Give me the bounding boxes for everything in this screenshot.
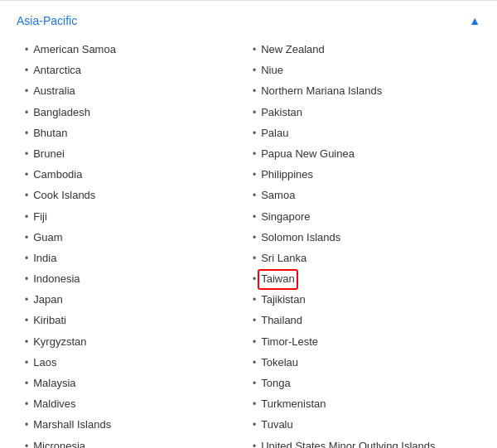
country-name: Cambodia	[33, 167, 82, 182]
right-column: •New Zealand•Niue•Northern Mariana Islan…	[253, 42, 480, 448]
country-name: Antarctica	[33, 63, 81, 78]
list-item: •Northern Mariana Islands	[253, 84, 480, 99]
country-name: Kyrgyzstan	[33, 335, 86, 349]
bullet: •	[253, 397, 256, 412]
left-column: •American Samoa•Antarctica•Australia•Ban…	[25, 42, 253, 448]
bullet: •	[25, 84, 28, 99]
bullet: •	[25, 272, 28, 287]
list-item: •New Zealand	[253, 42, 480, 57]
region-title: Asia-Pacific	[17, 14, 77, 27]
list-item: •Tonga	[253, 376, 480, 391]
list-item: •Bangladesh	[25, 105, 253, 120]
bullet: •	[253, 251, 256, 266]
list-item: •Malaysia	[25, 376, 253, 391]
bullet: •	[253, 230, 256, 245]
country-name: Thailand	[261, 313, 302, 328]
bullet: •	[25, 335, 28, 349]
country-name: Brunei	[33, 147, 65, 161]
country-name: Northern Mariana Islands	[261, 84, 382, 99]
bullet: •	[253, 313, 256, 328]
list-item: •Marshall Islands	[25, 417, 253, 432]
list-item: •Micronesia	[25, 439, 253, 448]
list-item: •Cambodia	[25, 167, 253, 182]
region-header: Asia-Pacific ▲	[17, 14, 480, 27]
country-name: Samoa	[261, 188, 295, 203]
list-item: •Brunei	[25, 147, 253, 161]
country-name: Solomon Islands	[261, 230, 340, 245]
list-item: •Indonesia	[25, 272, 253, 287]
list-item: •Antarctica	[25, 63, 253, 78]
bullet: •	[253, 42, 256, 57]
country-name: American Samoa	[33, 42, 116, 57]
list-item: •Palau	[253, 126, 480, 141]
country-name: Micronesia	[33, 439, 85, 448]
bullet: •	[253, 355, 256, 370]
list-item: •Singapore	[253, 210, 480, 224]
list-item: •Taiwan	[253, 272, 480, 287]
bullet: •	[25, 105, 28, 120]
bullet: •	[25, 42, 28, 57]
country-name: Pakistan	[261, 105, 302, 120]
list-item: •Solomon Islands	[253, 230, 480, 245]
list-item: •Cook Islands	[25, 188, 253, 203]
list-item: •Samoa	[253, 188, 480, 203]
list-item: •Maldives	[25, 397, 253, 412]
country-name: Palau	[261, 126, 288, 141]
bullet: •	[25, 251, 28, 266]
list-item: •Kiribati	[25, 313, 253, 328]
country-name: Papua New Guinea	[261, 147, 355, 161]
country-name: India	[33, 251, 56, 266]
list-item: •Tokelau	[253, 355, 480, 370]
bullet: •	[25, 210, 28, 224]
country-name: Australia	[33, 84, 75, 99]
bullet: •	[253, 105, 256, 120]
list-item: •Pakistan	[253, 105, 480, 120]
bullet: •	[25, 397, 28, 412]
bullet: •	[253, 167, 256, 182]
list-item: •Fiji	[25, 210, 253, 224]
country-name: Tokelau	[261, 355, 298, 370]
bullet: •	[25, 63, 28, 78]
bullet: •	[253, 84, 256, 99]
list-item: •India	[25, 251, 253, 266]
bullet: •	[253, 188, 256, 203]
list-item: •Tajikistan	[253, 292, 480, 307]
bullet: •	[253, 272, 256, 287]
list-item: •Tuvalu	[253, 417, 480, 432]
list-item: •Timor-Leste	[253, 335, 480, 349]
bullet: •	[253, 376, 256, 391]
collapse-chevron[interactable]: ▲	[469, 14, 480, 27]
country-name: Philippines	[261, 167, 313, 182]
bullet: •	[253, 292, 256, 307]
country-name: Bangladesh	[33, 105, 90, 120]
bullet: •	[25, 376, 28, 391]
bullet: •	[253, 439, 256, 448]
country-name: Maldives	[33, 397, 75, 412]
bullet: •	[25, 126, 28, 141]
country-name: Guam	[33, 230, 62, 245]
taiwan-highlighted: Taiwan	[261, 272, 294, 287]
list-item: •Laos	[25, 355, 253, 370]
list-item: •Turkmenistan	[253, 397, 480, 412]
bullet: •	[253, 126, 256, 141]
bullet: •	[25, 313, 28, 328]
country-name: United States Minor Outlying Islands	[261, 439, 435, 448]
country-name: New Zealand	[261, 42, 325, 57]
country-columns: •American Samoa•Antarctica•Australia•Ban…	[17, 42, 480, 448]
country-name: Singapore	[261, 210, 310, 224]
country-name: Tajikistan	[261, 292, 305, 307]
bullet: •	[25, 355, 28, 370]
list-item: •Japan	[25, 292, 253, 307]
list-item: •American Samoa	[25, 42, 253, 57]
bullet: •	[25, 417, 28, 432]
list-item: •Niue	[253, 63, 480, 78]
bullet: •	[25, 167, 28, 182]
list-item: •United States Minor Outlying Islands	[253, 439, 480, 448]
country-name: Tuvalu	[261, 417, 293, 432]
bullet: •	[25, 292, 28, 307]
bullet: •	[253, 210, 256, 224]
list-item: •Guam	[25, 230, 253, 245]
list-item: •Philippines	[253, 167, 480, 182]
bullet: •	[253, 335, 256, 349]
bullet: •	[25, 439, 28, 448]
